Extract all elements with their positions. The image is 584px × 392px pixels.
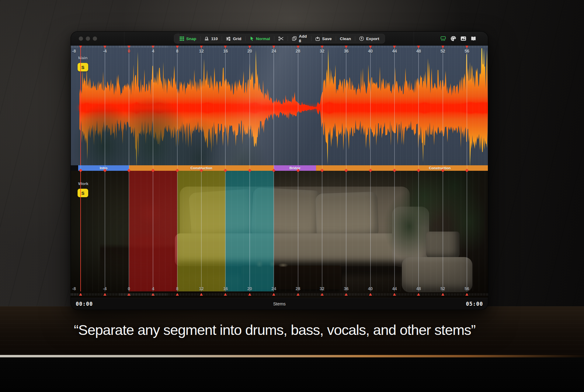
toolbar-label: Save — [322, 36, 332, 41]
top-ruler-ticks — [71, 46, 488, 48]
ruler-beat-label: 28 — [296, 49, 301, 53]
beat-line-minor — [455, 171, 455, 291]
ruler-beat-label: 48 — [416, 286, 421, 291]
beat-line-minor — [123, 171, 123, 291]
playhead[interactable] — [80, 46, 81, 165]
beat-line-major — [298, 171, 298, 291]
beat-line-minor — [219, 171, 220, 291]
traffic-light-dot[interactable] — [86, 36, 90, 41]
ruler-beat-label: 32 — [320, 49, 325, 53]
app-window: Snap110GridNormalAdd 8SaveCleanExport -8… — [71, 32, 488, 310]
ruler-beat-label: 52 — [440, 286, 445, 291]
palette-icon[interactable] — [450, 36, 456, 42]
beat-line-major — [225, 171, 226, 291]
ruler-beat-label: 36 — [344, 286, 349, 291]
main-track-area[interactable]: -8-4048121620242832364044485256 Main S — [71, 46, 488, 165]
ruler-beat-label: 44 — [392, 49, 397, 53]
beat-line-major — [273, 46, 274, 165]
ruler-beat-label: 8 — [176, 49, 179, 53]
image-icon[interactable] — [460, 36, 466, 42]
beat-line-major — [467, 46, 467, 165]
segment-bar[interactable]: IntroConstructionBridgeConstruction — [71, 165, 488, 171]
beat-line-major — [105, 46, 105, 165]
toolbar-label: Export — [366, 36, 379, 41]
beat-line-major — [418, 171, 419, 291]
beat-line-minor — [334, 171, 334, 291]
solo-button-work[interactable]: S — [78, 189, 88, 197]
beat-line-minor — [485, 171, 485, 291]
titlebar-seam — [124, 32, 124, 46]
beat-line-minor — [195, 46, 196, 165]
beat-line-major — [201, 171, 202, 291]
book-icon[interactable] — [470, 36, 476, 42]
beat-line-minor — [207, 46, 207, 165]
playhead-work[interactable] — [80, 171, 81, 291]
track-label-main: Main — [78, 56, 88, 60]
ruler-beat-label: -8 — [72, 49, 76, 53]
beat-line-minor — [262, 171, 262, 291]
beat-line-minor — [141, 171, 141, 291]
toolbar-tempo-button[interactable]: 110 — [200, 34, 222, 43]
beat-line-minor — [334, 46, 334, 165]
toolbar-normal-button[interactable]: Normal — [245, 34, 274, 43]
ruler-beat-label: -4 — [103, 286, 106, 291]
titlebar-seam — [414, 32, 414, 46]
segment-label: Intro — [100, 166, 108, 170]
toolbar-snap-button[interactable]: Snap — [176, 34, 200, 43]
beat-line-major — [467, 171, 467, 291]
beat-line-minor — [195, 171, 196, 291]
beat-line-minor — [92, 46, 93, 165]
titlebar-right-icons — [440, 36, 476, 42]
beat-line-major — [370, 46, 371, 165]
beat-line-minor — [455, 46, 455, 165]
work-track-area[interactable]: -8-4048121620242832364044485256 Work S — [71, 171, 488, 298]
beat-line-major — [394, 171, 395, 291]
waveform-core-glow — [79, 106, 488, 110]
light-beam — [71, 46, 488, 165]
toolbar-add8-button[interactable]: Add 8 — [288, 34, 311, 43]
beat-line-major — [443, 171, 443, 291]
beat-line-minor — [340, 46, 340, 165]
segment-construction[interactable]: Construction — [316, 165, 488, 171]
beat-line-major — [418, 46, 419, 165]
traffic-light-dot[interactable] — [79, 36, 83, 41]
display-icon[interactable] — [440, 36, 446, 42]
beat-line-minor — [207, 171, 207, 291]
foreground-shadow-band — [0, 357, 584, 392]
beat-line-major — [153, 46, 153, 165]
toolbar-grid-button[interactable]: Grid — [222, 34, 245, 43]
beat-line-major — [346, 46, 346, 165]
traffic-light-dot[interactable] — [93, 36, 97, 41]
beat-line-minor — [292, 171, 292, 291]
ruler-beat-label: 12 — [199, 286, 204, 291]
ruler-beat-label: 8 — [176, 286, 179, 291]
segment-bridge[interactable]: Bridge — [274, 165, 316, 171]
solo-button-main[interactable]: S — [78, 63, 88, 71]
beat-line-major — [129, 171, 129, 291]
ruler-beat-label: 56 — [464, 286, 469, 291]
beat-line-minor — [352, 46, 353, 165]
ruler-beat-label: -8 — [72, 286, 76, 291]
toolbar-clean-button[interactable]: Clean — [336, 34, 355, 43]
beat-line-minor — [171, 46, 171, 165]
beat-line-major — [443, 46, 443, 165]
toolbar-export-button[interactable]: Export — [355, 34, 383, 43]
traffic-lights[interactable] — [79, 36, 97, 41]
beat-line-minor — [425, 46, 425, 165]
beat-line-minor — [431, 171, 431, 291]
beat-line-major — [249, 171, 250, 291]
beat-line-minor — [99, 46, 99, 165]
beat-line-minor — [268, 171, 268, 291]
beat-line-minor — [310, 46, 310, 165]
beat-line-major — [153, 171, 153, 291]
beat-line-major — [177, 46, 178, 165]
scissors-icon — [278, 36, 284, 41]
beat-line-minor — [243, 171, 244, 291]
beat-line-minor — [135, 46, 135, 165]
beat-line-major — [249, 46, 250, 165]
beat-line-minor — [412, 46, 413, 165]
toolbar-save-button[interactable]: Save — [311, 34, 336, 43]
ruler-beat-label: 56 — [464, 49, 469, 53]
beat-line-minor — [183, 46, 183, 165]
toolbar-cut-button[interactable] — [274, 34, 288, 43]
